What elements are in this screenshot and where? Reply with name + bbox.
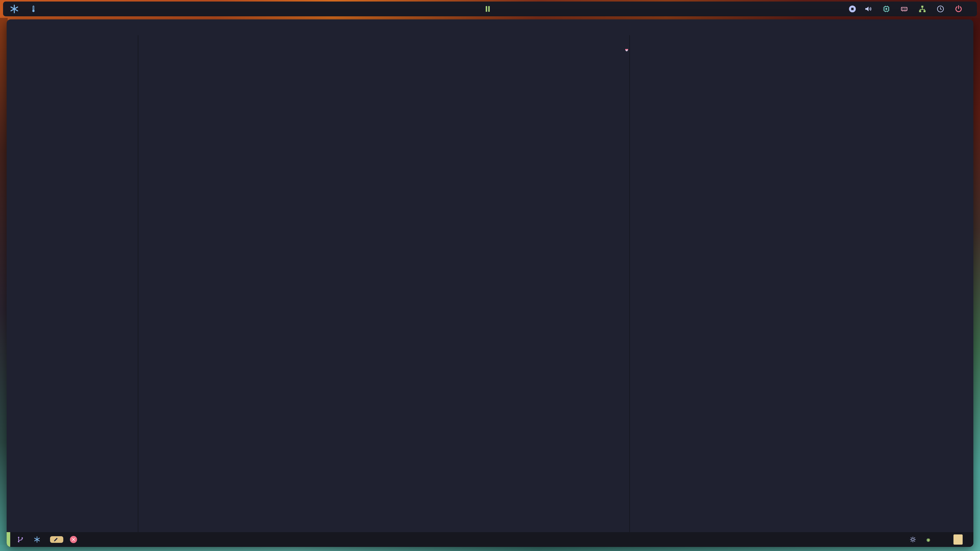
power-icon[interactable] [955, 5, 963, 13]
memory-widget[interactable] [900, 5, 911, 13]
treesitter-indicator: ◉ [927, 537, 932, 543]
volume-widget[interactable] [864, 5, 875, 13]
clock-icon [937, 5, 944, 13]
cpu-icon [883, 5, 890, 13]
git-changed-badge[interactable] [50, 536, 63, 543]
media-status[interactable] [846, 5, 856, 13]
thermometer-icon [30, 5, 37, 13]
statusline-accent-block [953, 534, 963, 545]
cpu-widget[interactable] [883, 5, 893, 13]
bufferline [6, 19, 974, 35]
stop-icon [848, 5, 856, 13]
network-icon [918, 5, 926, 13]
editor-pane [138, 35, 629, 532]
clock-widget [937, 5, 947, 13]
network-widget[interactable] [918, 5, 929, 13]
diagnostics-error-badge[interactable] [70, 536, 79, 543]
git-branch-segment[interactable] [17, 536, 27, 543]
nix-filetype-icon [34, 536, 40, 543]
editor-scrollbar[interactable] [625, 49, 628, 529]
speaker-icon [864, 5, 872, 13]
gear-icon [909, 536, 916, 543]
status-bar [3, 2, 977, 16]
terminal-pane[interactable] [630, 35, 974, 532]
neotree-panel [6, 35, 138, 532]
nvim-window: ◉ [6, 19, 974, 547]
pause-icon[interactable] [484, 5, 492, 13]
breadcrumb [138, 35, 629, 47]
mode-indicator [6, 532, 10, 547]
filetype-segment [34, 536, 43, 543]
scrollbar-error-marker [625, 49, 628, 50]
statusline: ◉ [6, 532, 974, 547]
nixos-logo-icon[interactable] [10, 4, 19, 14]
branch-icon [17, 536, 24, 543]
pencil-icon [53, 537, 59, 542]
memory-icon [900, 5, 908, 13]
lsp-clients [909, 536, 920, 543]
